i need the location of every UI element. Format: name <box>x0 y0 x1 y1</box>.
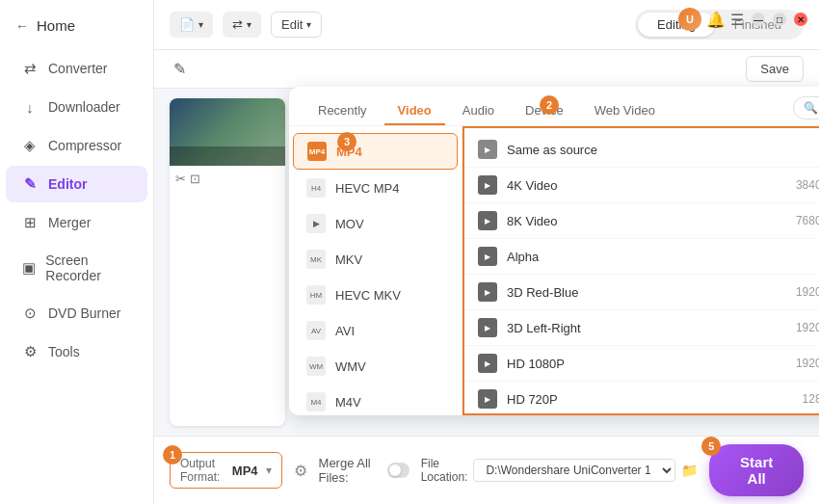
m4v-icon: M4 <box>306 392 326 411</box>
preset-4k-label: 4K Video <box>507 178 796 193</box>
window-chrome: U 🔔 ☰ — □ ✕ <box>667 0 819 39</box>
browse-folder-button[interactable]: 📁 <box>681 463 698 478</box>
convert-button[interactable]: ⇄ ▾ <box>223 12 261 38</box>
format-m4v[interactable]: M4 M4V <box>293 385 458 415</box>
preset-4k[interactable]: ▶ 4K Video 3840*2160 ✎ <box>464 168 819 203</box>
tab-video[interactable]: Video <box>384 97 445 125</box>
format-mp4[interactable]: MP4 MP4 <box>293 133 458 170</box>
format-list: 3 MP4 MP4 H4 HEVC MP4 ▶ MOV MK MKV <box>289 126 462 415</box>
format-mkv[interactable]: MK MKV <box>293 242 458 277</box>
sidebar-item-compressor[interactable]: ◈ Compressor <box>6 127 147 164</box>
edit-pencil-button[interactable]: ✎ <box>170 56 190 82</box>
sidebar-item-label: DVD Burner <box>48 305 120 321</box>
add-media-button[interactable]: 📄 ▾ <box>170 12 213 38</box>
save-button[interactable]: Save <box>746 56 804 82</box>
sidebar-item-label: Editor <box>48 176 87 192</box>
preset-icon-3d-rb: ▶ <box>478 282 497 302</box>
merge-label: Merge All Files: <box>319 456 380 485</box>
step-badge-2: 2 <box>540 95 559 115</box>
sidebar-item-screen-recorder[interactable]: ▣ Screen Recorder <box>6 243 147 293</box>
tab-web-video[interactable]: Web Video <box>581 97 669 125</box>
preset-alpha[interactable]: ▶ Alpha Auto ✎ <box>464 239 819 275</box>
video-thumbnail <box>170 98 285 166</box>
preset-hd-720p[interactable]: ▶ HD 720P 1280*720 ✎ <box>464 382 819 415</box>
video-thumb-overlay <box>170 146 285 166</box>
preset-3d-red-blue[interactable]: ▶ 3D Red-Blue 1920*1080 ✎ <box>464 275 819 310</box>
file-path-dropdown[interactable]: D:\Wondershare UniConverter 1 <box>473 459 675 482</box>
settings-gear-button[interactable]: ⚙ <box>294 462 307 480</box>
crop-tool-button[interactable]: ⊡ <box>190 172 200 186</box>
format-avi[interactable]: AV AVI <box>293 313 458 348</box>
start-all-button[interactable]: 5 Start All <box>709 444 804 496</box>
toolbar: ✎ Save <box>154 50 819 89</box>
preset-hd1080-label: HD 1080P <box>507 357 796 371</box>
edit-dropdown[interactable]: Edit ▾ <box>271 12 322 38</box>
preset-3d-lr-label: 3D Left-Right <box>507 321 796 335</box>
sidebar-item-merger[interactable]: ⊞ Merger <box>6 204 147 241</box>
preset-icon-hd1080: ▶ <box>478 354 497 373</box>
sidebar-item-label: Converter <box>48 61 107 76</box>
merge-toggle[interactable] <box>387 463 410 478</box>
notification-icon[interactable]: 🔔 <box>709 13 723 26</box>
preset-3d-rb-label: 3D Red-Blue <box>507 285 796 300</box>
tab-audio[interactable]: Audio <box>449 97 508 125</box>
home-nav[interactable]: ← Home <box>0 10 153 49</box>
preset-same-as-source[interactable]: ▶ Same as source Auto ✎ <box>464 132 819 168</box>
format-avi-label: AVI <box>335 324 355 338</box>
maximize-button[interactable]: □ <box>773 13 786 26</box>
preset-8k[interactable]: ▶ 8K Video 7680*4320 ✎ <box>464 203 819 239</box>
preset-alpha-label: Alpha <box>507 250 819 264</box>
mp4-format-icon: MP4 <box>307 142 327 161</box>
preset-hd720-label: HD 720P <box>507 392 803 407</box>
preset-hd-1080p[interactable]: ▶ HD 1080P 1920*1080 ✎ <box>464 346 819 382</box>
tab-recently[interactable]: Recently <box>304 97 381 125</box>
main-content: U 🔔 ☰ — □ ✕ 📄 ▾ ⇄ ▾ Edit ▾ Editing Finis… <box>154 0 819 504</box>
format-hevc-mp4-label: HEVC MP4 <box>335 181 399 196</box>
format-hevc-mkv[interactable]: HM HEVC MKV <box>293 278 458 312</box>
merger-icon: ⊞ <box>21 214 39 231</box>
sidebar-item-dvd-burner[interactable]: ⊙ DVD Burner <box>6 295 147 332</box>
minimize-button[interactable]: — <box>752 13 765 26</box>
format-wmv[interactable]: WM WMV <box>293 349 458 384</box>
downloader-icon: ↓ <box>21 98 39 116</box>
file-location-label: File Location: <box>421 457 468 484</box>
format-search-box[interactable]: 🔍 Search <box>793 96 819 119</box>
output-format-section: 1 Output Format: MP4 ▾ <box>170 452 282 489</box>
menu-icon[interactable]: ☰ <box>730 13 744 26</box>
preset-3d-rb-res: 1920*1080 <box>796 285 819 299</box>
preset-hd720-res: 1280*720 <box>803 392 819 406</box>
preset-8k-res: 7680*4320 <box>796 214 819 227</box>
avi-icon: AV <box>306 321 326 340</box>
preset-3d-lr-res: 1920*1080 <box>796 321 819 334</box>
format-m4v-label: M4V <box>335 395 361 410</box>
preset-8k-label: 8K Video <box>507 214 796 228</box>
cut-tool-button[interactable]: ✂ <box>175 172 186 186</box>
sidebar-item-converter[interactable]: ⇄ Converter <box>6 50 147 87</box>
file-location-section: File Location: D:\Wondershare UniConvert… <box>421 457 699 484</box>
sidebar-item-tools[interactable]: ⚙ Tools <box>6 333 147 370</box>
converter-icon: ⇄ <box>21 60 39 77</box>
close-button[interactable]: ✕ <box>794 13 807 26</box>
preset-icon-same: ▶ <box>478 140 497 159</box>
screen-recorder-icon: ▣ <box>21 259 36 277</box>
sidebar-item-label: Tools <box>48 344 80 359</box>
format-mov-label: MOV <box>335 217 364 231</box>
hevc-mkv-icon: HM <box>306 285 326 305</box>
add-media-icon: 📄 <box>179 17 195 32</box>
sidebar-item-editor[interactable]: ✎ Editor <box>6 166 147 202</box>
preset-icon-hd720: ▶ <box>478 389 497 409</box>
format-mov[interactable]: ▶ MOV <box>293 206 458 241</box>
preset-icon-4k: ▶ <box>478 175 497 195</box>
sidebar-item-downloader[interactable]: ↓ Downloader <box>6 89 147 125</box>
preset-icon-3d-lr: ▶ <box>478 318 497 337</box>
compressor-icon: ◈ <box>21 137 39 154</box>
user-avatar[interactable]: U <box>678 8 701 31</box>
home-label: Home <box>37 17 75 34</box>
step-badge-5: 5 <box>701 437 721 456</box>
preset-3d-left-right[interactable]: ▶ 3D Left-Right 1920*1080 ✎ <box>464 310 819 346</box>
sidebar-item-label: Screen Recorder <box>45 252 132 283</box>
tools-icon: ⚙ <box>21 343 39 360</box>
format-presets: 4 ▶ Same as source Auto ✎ ▶ 4K Video 384… <box>462 126 819 415</box>
format-hevc-mp4[interactable]: H4 HEVC MP4 <box>293 171 458 205</box>
format-body: 3 MP4 MP4 H4 HEVC MP4 ▶ MOV MK MKV <box>289 126 819 415</box>
